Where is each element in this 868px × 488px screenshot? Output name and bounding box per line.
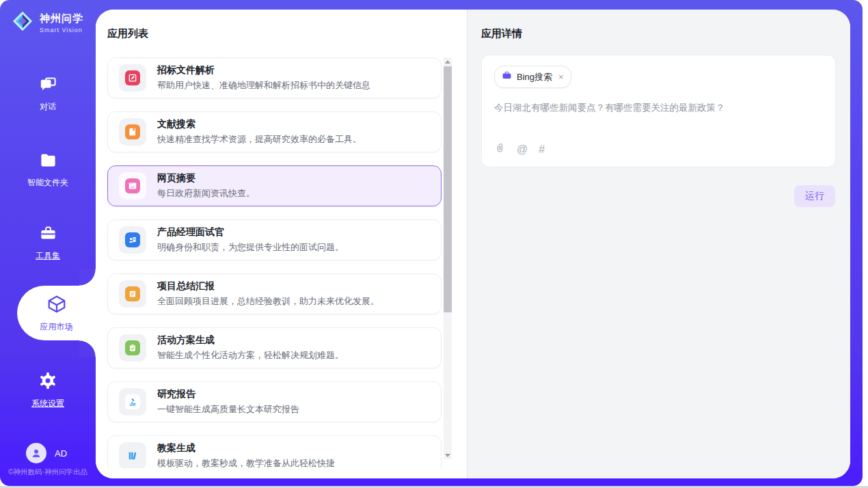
app-card-lesson-plan[interactable]: 教案生成 模板驱动，教案秒成，教学准备从此轻松快捷	[107, 435, 442, 468]
app-card-pm-interviewer[interactable]: 产品经理面试官 明确身份和职责，为您提供专业性的面试问题。	[107, 219, 442, 260]
sidebar-item-label: 对话	[40, 101, 56, 113]
brand-subtitle: Smart Vision	[40, 27, 83, 33]
scrollbar-down-arrow[interactable]	[444, 451, 452, 459]
app-detail-title: 应用详情	[481, 27, 522, 40]
app-card-title: 研究报告	[157, 388, 299, 401]
app-list: 招标文件解析 帮助用户快速、准确地理解和解析招标书中的关键信息	[107, 57, 442, 468]
tool-chip-bing-search[interactable]: Bing搜索 ×	[494, 66, 571, 88]
app-card-desc: 模板驱动，教案秒成，教学准备从此轻松快捷	[157, 457, 335, 468]
avatar	[26, 443, 46, 463]
app-card-title: 教案生成	[157, 442, 335, 455]
user-initials: AD	[55, 448, 67, 459]
app-card-title: 产品经理面试官	[157, 226, 344, 239]
sidebar: 神州问学 Smart Vision 对话 智能文件夹	[0, 0, 96, 486]
sidebar-item-toolset[interactable]: 工具集	[0, 224, 96, 262]
prompt-toolbar: @ #	[494, 142, 823, 157]
book-icon	[119, 118, 146, 146]
app-card-tender-parse[interactable]: 招标文件解析 帮助用户快速、准确地理解和解析招标书中的关键信息	[107, 57, 442, 98]
app-card-web-summary[interactable]: 网页摘要 每日政府新闻资讯快查。	[107, 165, 442, 206]
microscope-icon	[119, 388, 146, 416]
brand: 神州问学 Smart Vision	[11, 10, 83, 36]
copyright-footer: ©神州数码·神州问学出品	[0, 467, 96, 477]
paperclip-icon[interactable]	[494, 142, 506, 157]
run-button[interactable]: 运行	[794, 185, 835, 207]
main-content: 应用列表 招标文件解析 帮助用户快速、准确地理解和解析招标书中的关键信	[96, 10, 850, 478]
app-list-title: 应用列表	[107, 27, 148, 40]
app-card-title: 网页摘要	[157, 172, 255, 185]
app-card-title: 招标文件解析	[157, 64, 370, 77]
scrollbar-up-arrow[interactable]	[444, 57, 452, 66]
list-scrollbar[interactable]	[444, 57, 452, 459]
app-card-title: 活动方案生成	[157, 334, 344, 347]
clipboard-check-icon	[119, 334, 146, 362]
prompt-card[interactable]: Bing搜索 × 今日湖北有哪些新闻要点？有哪些需要关注的最新政策？ @ #	[481, 55, 836, 167]
app-card-literature-search[interactable]: 文献搜索 快速精准查找学术资源，提高研究效率的必备工具。	[107, 111, 442, 152]
app-detail-panel: 应用详情 Bing搜索 × 今日湖北有哪些新闻要点？有哪些需要关注的最新政策？	[467, 10, 850, 478]
app-card-desc: 明确身份和职责，为您提供专业性的面试问题。	[157, 241, 344, 254]
hash-tag-icon[interactable]: #	[539, 144, 545, 156]
app-window: 神州问学 Smart Vision 对话 智能文件夹	[0, 0, 863, 486]
chat-icon	[39, 75, 57, 96]
browser-code-icon	[119, 172, 146, 200]
books-icon	[119, 442, 146, 468]
app-card-desc: 帮助用户快速、准确地理解和解析招标书中的关键信息	[157, 79, 370, 92]
app-list-panel: 应用列表 招标文件解析 帮助用户快速、准确地理解和解析招标书中的关键信	[96, 10, 467, 478]
sidebar-item-chat[interactable]: 对话	[0, 75, 96, 113]
sidebar-item-label: 系统设置	[31, 398, 64, 409]
tool-chip-label: Bing搜索	[517, 71, 552, 83]
note-icon	[119, 280, 146, 308]
sidebar-item-app-market[interactable]: 应用市场	[17, 286, 96, 340]
sidebar-item-smart-folder[interactable]: 智能文件夹	[0, 151, 96, 189]
briefcase-icon	[502, 70, 512, 83]
interviewer-icon	[119, 226, 146, 254]
gear-icon	[38, 371, 57, 393]
close-icon[interactable]: ×	[558, 72, 564, 81]
brand-logo-icon	[11, 10, 34, 36]
pencil-square-icon	[119, 64, 146, 92]
scrollbar-thumb[interactable]	[444, 66, 452, 312]
app-card-desc: 快速精准查找学术资源，提高研究效率的必备工具。	[157, 133, 362, 146]
app-card-event-plan[interactable]: 活动方案生成 智能生成个性化活动方案，轻松解决规划难题。	[107, 327, 442, 368]
sidebar-item-label: 应用市场	[40, 321, 73, 333]
app-card-desc: 一键智能生成高质量长文本研究报告	[157, 403, 299, 416]
query-text[interactable]: 今日湖北有哪些新闻要点？有哪些需要关注的最新政策？	[494, 102, 823, 114]
sidebar-item-label: 工具集	[36, 250, 60, 262]
folder-icon	[39, 151, 57, 172]
cube-icon	[46, 294, 67, 317]
user-account[interactable]: AD	[26, 443, 67, 463]
app-card-desc: 全面回顾项目进展，总结经验教训，助力未来优化发展。	[157, 295, 379, 308]
toolbox-icon	[39, 224, 57, 245]
app-card-desc: 每日政府新闻资讯快查。	[157, 187, 255, 200]
brand-name: 神州问学	[40, 12, 83, 25]
app-card-project-summary[interactable]: 项目总结汇报 全面回顾项目进展，总结经验教训，助力未来优化发展。	[107, 273, 442, 314]
at-mention-icon[interactable]: @	[517, 144, 528, 156]
app-card-research-report[interactable]: 研究报告 一键智能生成高质量长文本研究报告	[107, 381, 442, 422]
app-card-desc: 智能生成个性化活动方案，轻松解决规划难题。	[157, 349, 344, 362]
sidebar-item-settings[interactable]: 系统设置	[0, 371, 96, 409]
app-card-title: 项目总结汇报	[157, 280, 379, 293]
app-card-title: 文献搜索	[157, 118, 362, 131]
sidebar-item-label: 智能文件夹	[27, 177, 68, 189]
